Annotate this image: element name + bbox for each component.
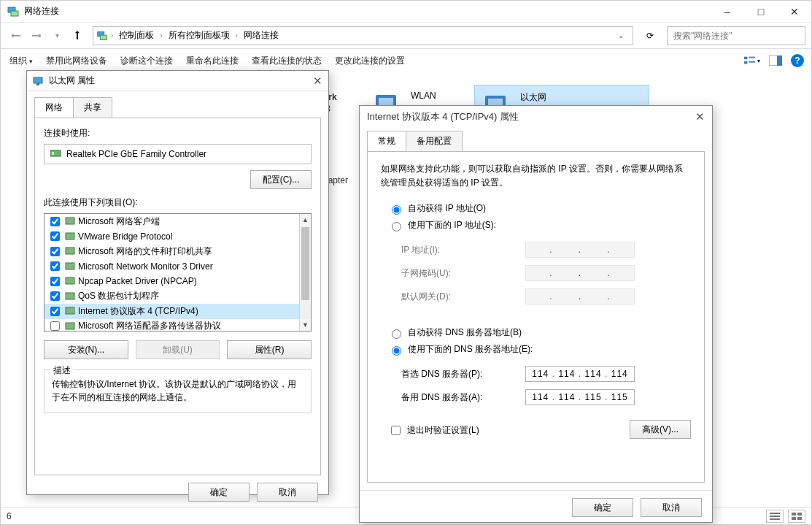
protocol-list[interactable]: Microsoft 网络客户端VMware Bridge ProtocolMic… — [44, 213, 312, 332]
close-icon[interactable]: ✕ — [692, 109, 708, 125]
validate-checkbox[interactable] — [391, 426, 401, 435]
svg-rect-28 — [66, 233, 74, 239]
svg-rect-33 — [66, 307, 74, 314]
subnet-mask-input: ... — [525, 265, 635, 281]
configure-button[interactable]: 配置(C)... — [250, 170, 312, 189]
svg-rect-1 — [11, 11, 18, 16]
adapter-name: Realtek PCIe GbE Family Controller — [66, 149, 206, 159]
protocol-checkbox[interactable] — [50, 307, 60, 316]
protocol-row[interactable]: Microsoft 网络适配器多路传送器协议 — [45, 319, 299, 332]
gateway-label: 默认网关(D): — [401, 291, 525, 303]
svg-rect-6 — [744, 61, 747, 64]
tab-alternate[interactable]: 备用配置 — [406, 131, 463, 151]
help-icon[interactable]: ? — [791, 54, 804, 67]
protocol-row[interactable]: Microsoft Network Monitor 3 Driver — [45, 259, 299, 275]
breadcrumb-item[interactable]: 所有控制面板项 — [166, 28, 233, 43]
protocol-checkbox[interactable] — [50, 247, 60, 256]
scroll-down-icon[interactable]: ▼ — [300, 319, 311, 331]
protocol-row[interactable]: Internet 协议版本 4 (TCP/IPv4) — [45, 304, 299, 319]
change-settings-button[interactable]: 更改此连接的设置 — [333, 52, 406, 70]
dns-manual-label: 使用下面的 DNS 服务器地址(E): — [408, 343, 533, 356]
dns1-label: 首选 DNS 服务器(P): — [401, 368, 525, 380]
protocol-checkbox[interactable] — [50, 291, 60, 301]
forward-button[interactable]: 🠖 — [27, 26, 46, 45]
ok-button[interactable]: 确定 — [572, 498, 633, 517]
details-view-icon[interactable] — [766, 510, 784, 523]
rename-button[interactable]: 重命名此连接 — [185, 52, 240, 70]
protocol-row[interactable]: Microsoft 网络的文件和打印机共享 — [45, 244, 299, 259]
protocol-checkbox[interactable] — [50, 261, 60, 271]
dns-auto-radio[interactable] — [392, 329, 401, 339]
dns-manual-radio[interactable] — [392, 346, 401, 356]
svg-rect-11 — [379, 98, 393, 105]
recent-locations-button[interactable]: ▾ — [47, 26, 66, 45]
cancel-button[interactable]: 取消 — [641, 498, 702, 517]
breadcrumb-dropdown-icon[interactable]: ⌄ — [612, 31, 630, 39]
refresh-button[interactable]: ⟳ — [639, 26, 661, 45]
up-button[interactable]: 🠕 — [68, 26, 87, 45]
address-bar: 🠔 🠖 ▾ 🠕 › 控制面板 › 所有控制面板项 › 网络连接 ⌄ ⟳ — [1, 23, 811, 49]
cancel-button[interactable]: 取消 — [257, 483, 318, 502]
dialog-title: Internet 协议版本 4 (TCP/IPv4) 属性 — [367, 110, 519, 123]
close-icon[interactable]: ✕ — [309, 73, 325, 89]
svg-rect-9 — [777, 55, 782, 66]
chevron-right-icon: › — [109, 31, 115, 39]
dns-manual-radio-row[interactable]: 使用下面的 DNS 服务器地址(E): — [388, 341, 691, 358]
search-input[interactable] — [672, 30, 800, 42]
dns2-input[interactable]: 114.114.115.115 — [525, 389, 635, 405]
protocol-row[interactable]: Microsoft 网络客户端 — [45, 214, 299, 229]
scroll-thumb[interactable] — [301, 227, 309, 300]
breadcrumb-item[interactable]: 网络连接 — [241, 28, 282, 43]
ip-address-label: IP 地址(I): — [401, 244, 525, 256]
search-box[interactable] — [667, 26, 805, 45]
protocol-checkbox[interactable] — [50, 321, 60, 331]
protocol-icon — [65, 276, 75, 286]
ip-auto-radio-row[interactable]: 自动获得 IP 地址(O) — [388, 200, 691, 217]
protocol-checkbox[interactable] — [50, 217, 60, 226]
breadcrumb[interactable]: › 控制面板 › 所有控制面板项 › 网络连接 ⌄ — [93, 26, 633, 45]
explorer-titlebar: 网络连接 – □ ✕ — [1, 1, 811, 23]
preview-pane-icon[interactable] — [767, 53, 784, 69]
dns-auto-radio-row[interactable]: 自动获得 DNS 服务器地址(B) — [388, 324, 691, 341]
tab-network[interactable]: 网络 — [34, 97, 74, 118]
protocol-row[interactable]: Npcap Packet Driver (NPCAP) — [45, 274, 299, 289]
tab-sharing[interactable]: 共享 — [73, 97, 112, 118]
protocol-checkbox[interactable] — [50, 231, 60, 241]
ip-manual-radio-row[interactable]: 使用下面的 IP 地址(S): — [388, 217, 691, 234]
ip-manual-radio[interactable] — [392, 222, 401, 231]
svg-rect-32 — [66, 293, 74, 299]
protocol-row[interactable]: VMware Bridge Protocol — [45, 229, 299, 245]
svg-rect-4 — [744, 57, 747, 60]
large-icons-view-icon[interactable] — [788, 510, 805, 523]
ip-auto-radio[interactable] — [392, 205, 401, 215]
dns-auto-label: 自动获得 DNS 服务器地址(B) — [408, 326, 522, 339]
dialog-buttons: 确定 取消 — [360, 490, 712, 524]
install-button[interactable]: 安装(N)... — [44, 340, 128, 359]
advanced-button[interactable]: 高级(V)... — [630, 420, 691, 439]
ok-button[interactable]: 确定 — [188, 483, 250, 502]
maximize-button[interactable]: □ — [744, 1, 778, 23]
view-status-button[interactable]: 查看此连接的状态 — [250, 52, 323, 70]
view-options-icon[interactable]: ▾ — [744, 53, 760, 69]
svg-rect-5 — [749, 57, 755, 58]
dns1-input[interactable]: 114.114.114.114 — [525, 366, 635, 382]
organize-menu[interactable]: 组织 — [8, 52, 34, 70]
breadcrumb-item[interactable]: 控制面板 — [116, 28, 157, 43]
svg-rect-16 — [770, 513, 780, 514]
protocol-checkbox[interactable] — [50, 277, 60, 286]
properties-button[interactable]: 属性(R) — [227, 340, 312, 359]
description-legend: 描述 — [50, 364, 74, 377]
disable-device-button[interactable]: 禁用此网络设备 — [45, 52, 109, 70]
minimize-button[interactable]: – — [711, 1, 744, 23]
svg-rect-21 — [792, 517, 796, 520]
scroll-up-icon[interactable]: ▲ — [300, 214, 311, 226]
back-button[interactable]: 🠔 — [7, 26, 26, 45]
svg-rect-22 — [797, 517, 802, 520]
diagnose-button[interactable]: 诊断这个连接 — [119, 52, 174, 70]
tab-general[interactable]: 常规 — [367, 131, 406, 151]
protocol-row[interactable]: QoS 数据包计划程序 — [45, 289, 299, 304]
close-button[interactable]: ✕ — [778, 1, 811, 23]
svg-rect-26 — [52, 152, 54, 155]
uses-items-label: 此连接使用下列项目(O): — [44, 196, 312, 209]
scrollbar[interactable]: ▲ ▼ — [299, 214, 311, 331]
